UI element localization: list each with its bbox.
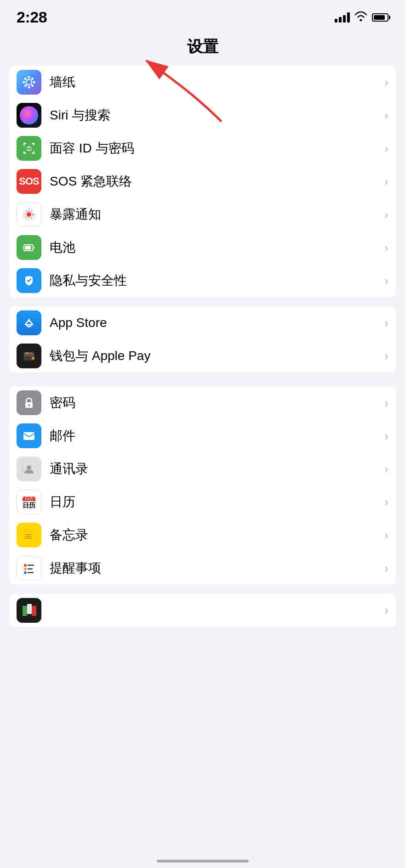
settings-row-sos[interactable]: SOS SOS 紧急联络 › (9, 165, 396, 198)
svg-rect-42 (22, 468, 23, 469)
sos-label: SOS 紧急联络 (50, 173, 381, 190)
status-time: 2:28 (17, 8, 47, 26)
appstore-chevron: › (384, 316, 388, 330)
svg-text:日历: 日历 (25, 496, 33, 501)
svg-point-63 (24, 571, 27, 574)
settings-row-mail[interactable]: 邮件 › (9, 419, 396, 452)
mail-chevron: › (384, 429, 388, 443)
settings-row-siri[interactable]: Siri 与搜索 › (9, 99, 396, 132)
settings-row-passwords[interactable]: 密码 › (9, 386, 396, 419)
svg-point-17 (27, 147, 28, 148)
settings-row-reminders[interactable]: 提醒事项 › (9, 552, 396, 585)
exposure-label: 暴露通知 (50, 206, 381, 223)
sos-chevron: › (384, 175, 388, 189)
svg-rect-60 (28, 565, 34, 566)
settings-row-maps[interactable]: › (9, 594, 396, 627)
svg-rect-41 (22, 466, 23, 467)
svg-rect-31 (25, 353, 29, 354)
svg-point-5 (24, 78, 27, 80)
exposure-chevron: › (384, 208, 388, 222)
notes-icon (17, 523, 41, 547)
svg-point-2 (28, 86, 30, 89)
mail-icon (17, 423, 41, 448)
page-title: 设置 (0, 31, 405, 66)
settings-row-contacts[interactable]: 通讯录 › (9, 452, 396, 485)
siri-label: Siri 与搜索 (50, 107, 381, 124)
svg-point-19 (27, 212, 31, 217)
battery-settings-icon (17, 235, 41, 260)
siri-chevron: › (384, 108, 388, 123)
wallet-label: 钱包与 Apple Pay (50, 347, 381, 365)
svg-rect-13 (23, 143, 25, 146)
svg-point-6 (31, 78, 34, 80)
home-indicator (157, 860, 249, 862)
settings-group-4: › (9, 594, 396, 627)
svg-point-50 (29, 504, 30, 506)
wallpaper-icon (17, 70, 41, 95)
settings-row-wallpaper[interactable]: 墙纸 › (9, 66, 396, 99)
svg-rect-24 (33, 247, 34, 249)
svg-point-7 (24, 85, 27, 87)
svg-point-8 (31, 85, 34, 87)
faceid-icon (17, 136, 41, 161)
faceid-label: 面容 ID 与密码 (50, 140, 381, 157)
contacts-chevron: › (384, 462, 388, 476)
settings-row-appstore[interactable]: App Store › (9, 306, 396, 339)
status-icons (335, 11, 388, 24)
wifi-icon (354, 11, 367, 24)
battery-chevron: › (384, 241, 388, 255)
exposure-icon (17, 202, 41, 227)
svg-point-18 (30, 147, 32, 148)
reminders-label: 提醒事项 (50, 559, 381, 577)
svg-point-61 (24, 568, 27, 570)
settings-row-privacy[interactable]: 隐私与安全性 › (9, 264, 396, 297)
svg-rect-15 (23, 151, 25, 154)
svg-rect-38 (23, 432, 34, 440)
notes-chevron: › (384, 528, 388, 542)
settings-row-exposure[interactable]: 暴露通知 › (9, 198, 396, 231)
svg-point-3 (23, 81, 25, 84)
svg-point-26 (28, 326, 30, 327)
faceid-chevron: › (384, 141, 388, 156)
svg-point-1 (28, 76, 30, 79)
maps-chevron: › (384, 603, 388, 618)
battery-label: 电池 (50, 239, 381, 256)
svg-rect-67 (32, 606, 36, 616)
svg-rect-29 (24, 354, 34, 356)
svg-rect-14 (34, 143, 35, 146)
notes-label: 备忘录 (50, 526, 381, 544)
calendar-icon: 日历 日历 (17, 490, 41, 514)
svg-point-49 (25, 504, 27, 506)
wallpaper-label: 墙纸 (50, 73, 381, 91)
settings-group-2: App Store › 钱包与 Apple Pay › (9, 306, 396, 372)
svg-point-40 (27, 465, 31, 470)
svg-rect-58 (21, 560, 37, 576)
svg-point-0 (26, 79, 32, 85)
signal-icon (335, 12, 350, 23)
passwords-label: 密码 (50, 394, 381, 411)
privacy-chevron: › (384, 274, 388, 288)
privacy-label: 隐私与安全性 (50, 272, 381, 289)
svg-rect-32 (30, 353, 33, 354)
siri-icon (17, 103, 41, 128)
svg-rect-55 (25, 534, 33, 535)
settings-row-notes[interactable]: 备忘录 › (9, 519, 396, 552)
settings-row-wallet[interactable]: 钱包与 Apple Pay › (9, 339, 396, 372)
wallet-icon (17, 344, 41, 368)
settings-row-faceid[interactable]: 面容 ID 与密码 › (9, 132, 396, 165)
passwords-chevron: › (384, 396, 388, 410)
mail-label: 邮件 (50, 427, 381, 445)
settings-group-1: 墙纸 › Siri 与搜索 › (9, 66, 396, 297)
privacy-icon (17, 268, 41, 293)
svg-rect-37 (28, 404, 30, 406)
calendar-label: 日历 (50, 493, 381, 511)
svg-rect-23 (25, 246, 31, 250)
settings-group-3: 密码 › 邮件 › 通讯录 › (9, 386, 396, 585)
settings-row-calendar[interactable]: 日历 日历 日历 › (9, 485, 396, 519)
svg-point-34 (32, 357, 34, 360)
settings-row-battery[interactable]: 电池 › (9, 231, 396, 264)
passwords-icon (17, 390, 41, 415)
battery-icon (372, 13, 388, 22)
svg-rect-62 (28, 569, 33, 570)
svg-rect-43 (22, 471, 23, 472)
